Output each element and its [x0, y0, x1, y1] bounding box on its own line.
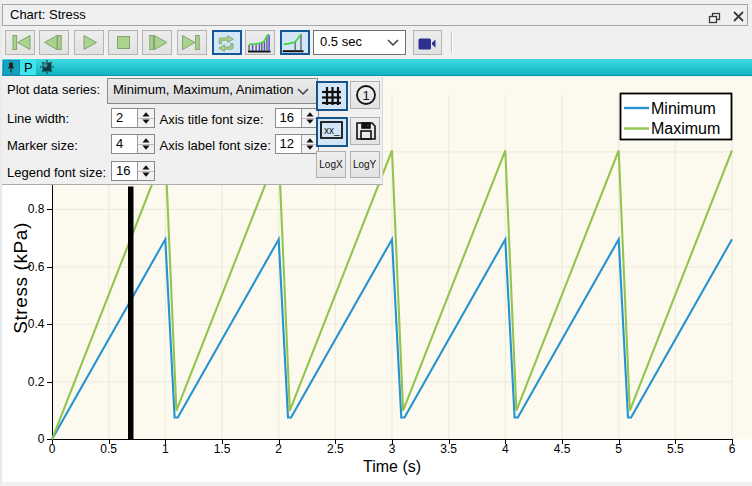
- svg-text:2: 2: [275, 442, 282, 456]
- svg-text:1: 1: [362, 88, 369, 103]
- svg-text:3.5: 3.5: [440, 442, 457, 456]
- svg-text:2.5: 2.5: [327, 442, 344, 456]
- svg-text:3: 3: [389, 442, 396, 456]
- svg-text:0.8: 0.8: [28, 202, 45, 216]
- svg-text:1.5: 1.5: [214, 442, 231, 456]
- svg-text:0.2: 0.2: [28, 375, 45, 389]
- svg-text:1: 1: [162, 442, 169, 456]
- svg-text:Time (s): Time (s): [363, 458, 421, 475]
- svg-text:Stress (kPa): Stress (kPa): [10, 222, 31, 334]
- svg-text:Maximum: Maximum: [651, 120, 720, 137]
- svg-text:0.5: 0.5: [100, 442, 117, 456]
- svg-text:0: 0: [38, 432, 45, 446]
- svg-text:xx_: xx_: [324, 125, 340, 136]
- svg-text:0: 0: [49, 442, 56, 456]
- svg-text:6: 6: [729, 442, 736, 456]
- svg-text:4.5: 4.5: [554, 442, 571, 456]
- svg-text:Minimum: Minimum: [651, 100, 716, 117]
- svg-text:5.5: 5.5: [667, 442, 684, 456]
- svg-text:5: 5: [615, 442, 622, 456]
- svg-text:4: 4: [502, 442, 509, 456]
